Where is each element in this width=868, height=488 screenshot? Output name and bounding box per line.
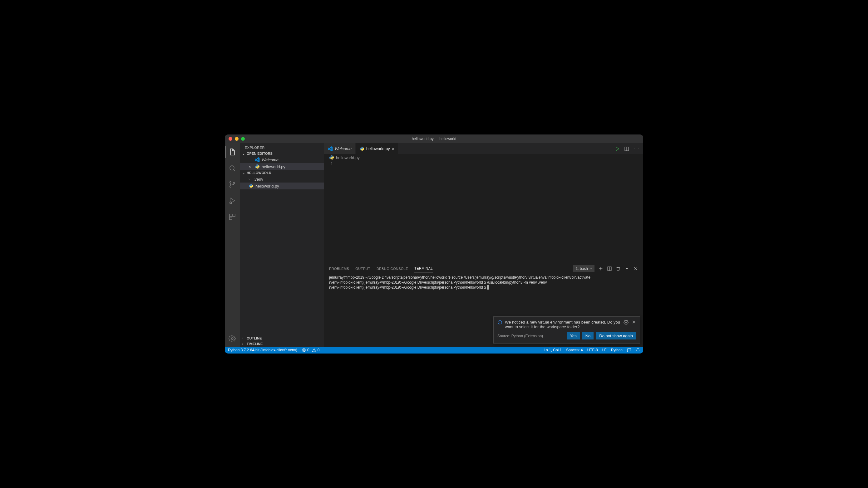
status-cursor-position[interactable]: Ln 1, Col 1 [544,348,562,352]
chevron-right-icon: › [242,337,245,340]
explorer-sidebar: EXPLORER ⌄ OPEN EDITORS Welcome × hellow… [240,143,324,347]
gear-icon [228,335,236,342]
activity-explorer[interactable] [225,146,240,158]
gear-icon [623,320,628,325]
split-icon [624,147,629,151]
breadcrumb-bar[interactable]: helloworld.py [324,154,643,161]
window-close-button[interactable] [228,137,232,141]
activity-settings[interactable] [225,332,240,345]
more-actions-button[interactable]: ··· [633,146,640,152]
split-editor-button[interactable] [624,147,629,151]
status-notifications[interactable] [636,348,640,352]
files-icon [228,148,236,156]
debug-icon [228,197,236,204]
vscode-icon [255,157,260,162]
terminal-selector-label: 1: bash [576,266,588,271]
info-icon [497,320,502,329]
plus-icon [598,266,603,271]
titlebar: helloworld.py — helloworld [225,134,643,143]
activity-extensions[interactable] [225,210,240,223]
activity-bar [225,143,240,347]
warning-count: 0 [317,348,320,352]
folder-label: .venv [253,177,263,182]
window-minimize-button[interactable] [235,137,239,141]
editor-content[interactable] [337,161,643,263]
warning-icon [312,348,316,352]
open-editors-label: OPEN EDITORS [247,152,273,155]
notification-close-button[interactable] [632,320,636,329]
close-icon [632,320,636,324]
timeline-header[interactable]: › TIMELINE [240,341,324,347]
chevron-up-icon [624,266,629,271]
window-title: helloworld.py — helloworld [225,137,643,141]
sidebar-bottom: › OUTLINE › TIMELINE [240,335,324,347]
close-panel-button[interactable] [633,266,638,271]
close-icon[interactable]: × [392,147,394,151]
run-button[interactable] [615,147,620,151]
chevron-right-icon: › [242,342,245,346]
svg-point-2 [230,186,231,187]
open-editors-header[interactable]: ⌄ OPEN EDITORS [240,151,324,156]
tab-helloworld[interactable]: helloworld.py × [355,143,398,154]
notification-no-button[interactable]: No [582,332,594,339]
file-helloworld[interactable]: helloworld.py [240,183,324,189]
status-language-mode[interactable]: Python [611,348,623,352]
kill-terminal-button[interactable] [616,266,621,271]
panel-tab-output[interactable]: OUTPUT [355,265,370,272]
close-icon [633,266,638,271]
timeline-label: TIMELINE [247,342,262,346]
svg-rect-6 [232,214,235,217]
status-feedback[interactable] [627,348,631,352]
notification-dont-show-button[interactable]: Do not show again [596,332,636,339]
open-editor-helloworld[interactable]: × helloworld.py [240,163,324,170]
open-editor-label: helloworld.py [262,164,285,169]
split-terminal-button[interactable] [607,266,612,271]
workspace-header[interactable]: ⌄ HELLOWORLD [240,170,324,176]
split-icon [607,266,612,271]
chevron-down-icon: ⌄ [242,171,245,175]
notification-yes-button[interactable]: Yes [567,332,580,339]
notification-message: We noticed a new virtual environment has… [505,320,621,329]
new-terminal-button[interactable] [598,266,603,271]
svg-point-3 [234,182,235,184]
workspace-label: HELLOWORLD [247,171,271,175]
status-bar: Python 3.7.2 64-bit ('infoblox-client': … [225,347,643,354]
tab-welcome[interactable]: Welcome [324,143,355,154]
notification-toast: We noticed a new virtual environment has… [493,316,640,344]
terminal-selector[interactable]: 1: bash [573,265,594,272]
vscode-icon [328,147,333,151]
panel-tabs: PROBLEMS OUTPUT DEBUG CONSOLE TERMINAL 1… [324,263,643,274]
svg-rect-5 [229,214,232,217]
panel-tab-problems[interactable]: PROBLEMS [329,265,349,272]
breadcrumb-file: helloworld.py [336,155,360,160]
status-eol[interactable]: LF [602,348,607,352]
svg-rect-7 [229,217,232,220]
python-icon [329,155,334,160]
svg-point-1 [230,182,231,183]
tab-bar: Welcome helloworld.py × ··· [324,143,643,154]
editor-area[interactable]: 1 [324,161,643,263]
status-problems[interactable]: 0 0 [302,348,319,352]
file-label: helloworld.py [255,184,279,189]
outline-header[interactable]: › OUTLINE [240,335,324,341]
panel-tab-terminal[interactable]: TERMINAL [414,265,433,272]
folder-venv[interactable]: › .venv [240,176,324,183]
window-maximize-button[interactable] [241,137,245,141]
vscode-window: helloworld.py — helloworld [225,134,643,354]
panel-tab-debug-console[interactable]: DEBUG CONSOLE [377,265,408,272]
status-python-interpreter[interactable]: Python 3.7.2 64-bit ('infoblox-client': … [228,348,297,352]
feedback-icon [627,348,631,352]
panel-actions: 1: bash [573,265,638,272]
sidebar-title: EXPLORER [240,143,324,151]
activity-run-debug[interactable] [225,194,240,207]
maximize-panel-button[interactable] [624,266,629,271]
activity-source-control[interactable] [225,178,240,191]
open-editor-welcome[interactable]: Welcome [240,156,324,163]
close-icon[interactable]: × [249,164,253,169]
notification-settings-button[interactable] [623,320,628,329]
status-encoding[interactable]: UTF-8 [587,348,598,352]
activity-search[interactable] [225,162,240,174]
error-count: 0 [307,348,309,352]
bell-icon [636,348,640,352]
status-indentation[interactable]: Spaces: 4 [566,348,583,352]
